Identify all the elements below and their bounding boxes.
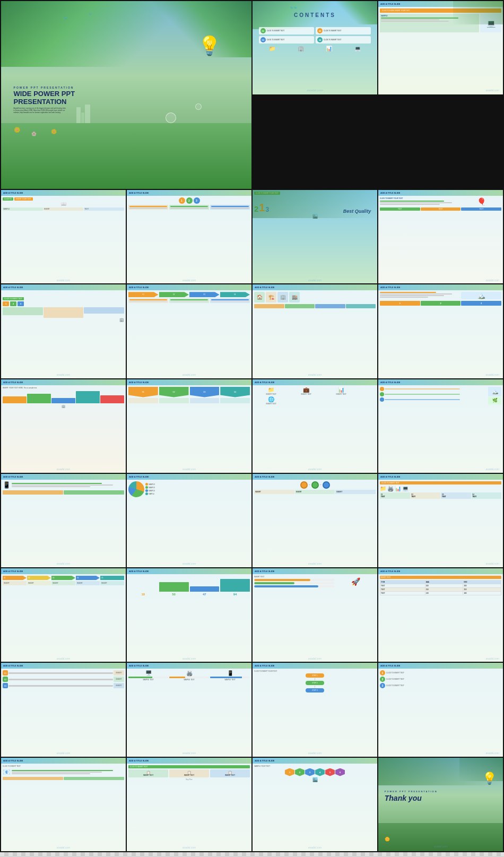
slide-r8-1: ADD A TITLE SLIDE CLICK TO INSERT TEXT 📧… — [1, 758, 126, 851]
slide-r8-3: ADD A TITLE SLIDE SAMPLE YOUR TEXT 1 2 3… — [253, 758, 377, 851]
hero-subtitle: Asadal has been running one of the bigge… — [14, 107, 67, 114]
slide-r3-4: ADD A TITLE SLIDE 🏔️ 1 2 3 as — [378, 284, 503, 378]
contents-watermark: asadal.com — [307, 89, 323, 92]
slide-r7-3: ADD A TITLE SLIDE CLICK TO INSERT YOUR T… — [253, 663, 377, 756]
slide-r7-1: ADD A TITLE SLIDE 01 INSERT 02 INSERT 03… — [1, 663, 126, 756]
best-quality-text: Best Quality — [343, 209, 371, 214]
slide-r4-3: ADD A TITLE SLIDE 📁 INSERT TEXT 💼 INSERT… — [253, 379, 377, 473]
slide-r6-3: ADD A TITLE SLIDE INSERT TEXT — [253, 568, 377, 662]
contents-title: CONTENTS — [294, 12, 336, 18]
slide-r5-4: ADD A TITLE SLIDE CLICK TO INSERT TEXT 📁… — [378, 474, 503, 567]
thank-you-text: Thank you — [385, 794, 438, 802]
slide-balloon: ADD A TITLE SLIDE CLICK T0 INSERT YOUR T… — [378, 190, 503, 283]
slide-r5-3: ADD A TITLE SLIDE INSERT INSERT INSERT a… — [253, 474, 377, 567]
slide-r3-2: ADD A TITLE SLIDE 01 02 03 04 — [127, 284, 251, 378]
slide-r4-1: ADD A TITLE SLIDE INSERT YOUR TEXT HERE.… — [1, 379, 126, 473]
slide-r6-2: ADD A TITLE SLIDE 18 50 47 94 asadal.com — [127, 568, 251, 662]
slide-hero: 🐦 🐦 🌼 🌸 🌼 💡 POWER PPT PRESENTATION — [1, 1, 251, 189]
asset-section: 🖥️🌐 📊 📱 🕐 🗺️ Q&A 🌏 🌼🌸 🌿 💡♻️ 📱💻 📈 💬 📝 📅 👥… — [0, 852, 504, 857]
slide-r6-4: ADD A TITLE SLIDE INSERT TEXT ITEM AAA B… — [378, 568, 503, 662]
slide-r7-2: ADD A TITLE SLIDE 🖥️ SAMPLE TEXT 🖨️ SAMP… — [127, 663, 251, 756]
slide-r5-2: ADD A TITLE SLIDE SAMPLE SAMPLE SAMPLE S… — [127, 474, 251, 567]
slide-thankyou: 💡 🌼 POWER PPT PRESENTATION Thank you asa… — [378, 758, 503, 851]
hero-power-label: POWER PPT PRESENTATION — [14, 86, 75, 89]
slide-r3-1: ADD A TITLE SLIDE CLICK TO INSERT TEXT 1… — [1, 284, 126, 378]
slide-r4-2: ADD A TITLE SLIDE 01 02 03 04 — [127, 379, 251, 473]
slide-3: ADD A TITLE SLIDE CLICK TO HERE INSERT Y… — [378, 1, 503, 94]
slide-r7-4: ADD A TITLE SLIDE 1 CLICK TO INSERT TEXT… — [378, 663, 503, 756]
slide-r3-3: ADD A TITLE SLIDE 🏠 🏗️ 🏢 🏬 asadal.com — [253, 284, 377, 378]
slide-r5-1: ADD A TITLE SLIDE 📱 asadal.com — [1, 474, 126, 567]
slide-r8-2: ADD A TITLE SLIDE CLICK T0 INSERT TEXT 📋… — [127, 758, 251, 851]
slide-r6-1: ADD A TITLE SLIDE 01 02 03 04 05 INSERT … — [1, 568, 126, 662]
slide-r4-4: ADD A TITLE SLIDE — [378, 379, 503, 473]
slide-best-quality: CLICK T0 INSERT YOUR TEXT Best Quality 2… — [253, 190, 377, 283]
slide-contents: 🐦 🐦 CONTENTS 01 CLICK T0 INSERT TEXT 02 … — [253, 1, 377, 94]
slide-5: ADD A TITLE SLIDE 1 2 3 — [127, 190, 251, 283]
hero-title: WIDE POWER PPT PRESENTATION — [14, 90, 75, 106]
slide-4: ADD A TITLE SLIDE CLICK TO INSERT YOUR T… — [1, 190, 126, 283]
